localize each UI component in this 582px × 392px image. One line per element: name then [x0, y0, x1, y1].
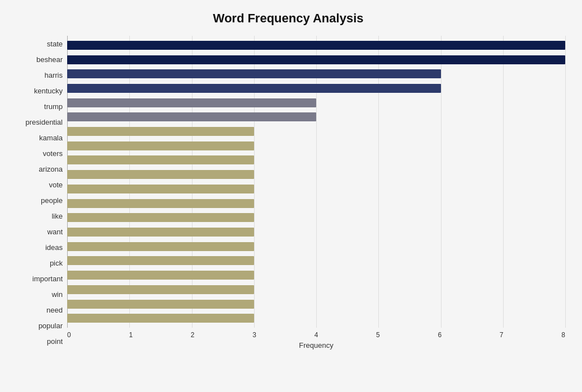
bar-row: [67, 311, 565, 325]
bar-row: [67, 53, 565, 67]
bar-row: [67, 96, 565, 110]
bar: [67, 199, 254, 208]
bar-row: [67, 282, 565, 297]
y-label: point: [47, 338, 63, 345]
bar: [67, 41, 565, 50]
x-tick: 1: [129, 331, 133, 339]
grid-line: [565, 36, 566, 328]
bar-row: [67, 67, 565, 81]
x-tick: 3: [252, 331, 256, 339]
bar: [67, 98, 316, 107]
bar-row: [67, 196, 565, 211]
bar-row: [67, 225, 565, 239]
bar: [67, 314, 254, 323]
y-label: kentucky: [34, 87, 63, 95]
bar-row: [67, 167, 565, 182]
y-label: kamala: [39, 134, 63, 141]
bar-row: [67, 268, 565, 282]
x-axis-label: Frequency: [67, 341, 565, 350]
bar: [67, 228, 254, 237]
y-label: harris: [44, 72, 63, 79]
x-tick: 8: [561, 331, 565, 339]
x-tick: 6: [438, 331, 442, 339]
y-label: people: [41, 197, 63, 204]
bar: [67, 155, 254, 164]
bar-row: [67, 153, 565, 168]
x-axis: 012345678: [67, 328, 565, 339]
bar: [67, 242, 254, 251]
bar: [67, 256, 254, 265]
bar: [67, 213, 254, 222]
bar-row: [67, 254, 565, 268]
x-tick: 5: [376, 331, 380, 339]
bar-row: [67, 38, 565, 53]
chart-title: Word Frequency Analysis: [11, 11, 565, 26]
bar: [67, 300, 254, 309]
x-tick: 0: [67, 331, 71, 339]
bar-row: [67, 210, 565, 225]
bar: [67, 112, 316, 121]
bar: [67, 127, 254, 136]
bar-row: [67, 110, 565, 125]
bar: [67, 170, 254, 179]
grid-and-bars: [67, 36, 565, 328]
y-label: need: [46, 306, 63, 314]
bar: [67, 285, 254, 294]
x-tick: 2: [191, 331, 195, 339]
plot-area: 012345678 Frequency: [67, 36, 565, 350]
y-label: trump: [44, 103, 63, 110]
y-label: like: [51, 212, 63, 220]
bar: [67, 84, 441, 93]
y-label: win: [51, 291, 63, 298]
bar: [67, 69, 441, 78]
bar-row: [67, 124, 565, 139]
bar-row: [67, 239, 565, 254]
y-label: beshear: [36, 56, 63, 63]
y-label: state: [47, 40, 63, 48]
y-label: pick: [50, 259, 63, 267]
chart-area: statebeshearharriskentuckytrumppresident…: [11, 36, 565, 350]
bar: [67, 141, 254, 150]
bar-row: [67, 81, 565, 96]
x-tick: 4: [315, 331, 318, 339]
y-label: arizona: [39, 166, 63, 173]
y-label: vote: [49, 181, 63, 188]
bar: [67, 185, 254, 193]
bar-row: [67, 139, 565, 153]
y-label: ideas: [45, 244, 63, 251]
y-label: popular: [39, 322, 63, 329]
x-tick: 7: [500, 331, 504, 339]
bar: [67, 271, 254, 280]
y-label: presidential: [26, 119, 63, 126]
y-axis: statebeshearharriskentuckytrumppresident…: [11, 36, 67, 350]
bars-container: [67, 36, 565, 328]
bar-row: [67, 182, 565, 196]
bar: [67, 55, 565, 64]
bar-row: [67, 297, 565, 311]
y-label: want: [48, 228, 63, 235]
y-label: voters: [43, 150, 63, 157]
y-label: important: [32, 275, 63, 282]
chart-container: Word Frequency Analysis statebeshearharr…: [0, 0, 582, 392]
